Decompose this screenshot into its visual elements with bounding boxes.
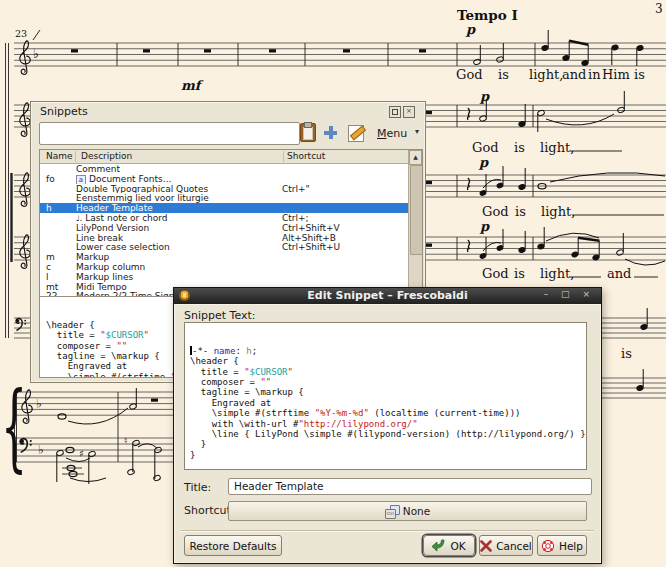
table-row[interactable]: LilyPond VersionCtrl+Shift+V bbox=[40, 223, 409, 233]
snippet-shortcut bbox=[282, 272, 409, 282]
snippet-name bbox=[40, 193, 76, 203]
cancel-x-icon bbox=[480, 540, 492, 552]
snippet-description: ♩.Last note or chord bbox=[76, 213, 282, 223]
code-line: -*- name: h; bbox=[190, 346, 586, 356]
lyric-word: light, bbox=[540, 140, 574, 155]
scrollbar[interactable]: ▲ bbox=[408, 150, 422, 296]
code-line: } bbox=[190, 439, 586, 449]
ok-arrow-icon bbox=[432, 539, 446, 552]
keyboard-keys-icon: Ctrl bbox=[385, 505, 400, 518]
ok-button[interactable]: OK bbox=[423, 535, 475, 556]
snippet-shortcut bbox=[282, 252, 409, 262]
snippet-description: Line break bbox=[76, 233, 282, 243]
table-row[interactable]: Lower case selectionCtrl+Shift+U bbox=[40, 242, 409, 252]
table-row[interactable]: lMarkup lines bbox=[40, 272, 409, 282]
table-row[interactable]: foaDocument Fonts... bbox=[40, 174, 409, 184]
lyric-word: and bbox=[562, 67, 586, 82]
snippet-name: mt bbox=[40, 282, 76, 292]
edit-snippet-dialog: Edit Snippet – Frescobaldi – □ × Snippet… bbox=[173, 287, 602, 564]
table-row[interactable]: mMarkup bbox=[40, 252, 409, 262]
lyric-word: light, bbox=[529, 67, 563, 82]
snippet-shortcut bbox=[282, 193, 409, 203]
dynamic-mark: mf bbox=[181, 78, 204, 93]
snippets-list: CommentfoaDocument Fonts...Double Typogr… bbox=[40, 164, 409, 296]
cancel-button[interactable]: Cancel bbox=[479, 535, 533, 556]
add-snippet-icon[interactable] bbox=[324, 126, 337, 139]
snippet-shortcut: Ctrl+Shift+V bbox=[282, 223, 409, 233]
title-label: Title: bbox=[184, 481, 211, 494]
snippets-table: Name Description Shortcut CommentfoaDocu… bbox=[39, 149, 423, 297]
piano-brace: { bbox=[1, 370, 27, 481]
snippet-description: aDocument Fonts... bbox=[76, 174, 282, 184]
lyric-word: is bbox=[634, 67, 645, 82]
lyric-word: God bbox=[456, 67, 483, 82]
snippet-name bbox=[40, 164, 76, 174]
snippet-name: c bbox=[40, 262, 76, 272]
close-panel-icon[interactable]: × bbox=[403, 106, 415, 118]
snippet-description: Double Typographical Quotes bbox=[76, 184, 282, 194]
code-line: \header { bbox=[190, 356, 586, 366]
lyric-word: Him bbox=[602, 67, 630, 82]
table-row[interactable]: Double Typographical QuotesCtrl+" bbox=[40, 184, 409, 194]
snippet-code-editor[interactable]: -*- name: h;\header { title = "$CURSOR" … bbox=[184, 322, 587, 470]
snippet-name: h bbox=[40, 203, 76, 213]
snippet-name: l bbox=[40, 272, 76, 282]
code-line: composer = "" bbox=[190, 377, 586, 387]
table-row[interactable]: hHeader Template bbox=[40, 203, 409, 213]
snippet-shortcut bbox=[282, 164, 409, 174]
dialog-titlebar[interactable]: Edit Snippet – Frescobaldi – □ × bbox=[174, 288, 601, 304]
snippet-description: Lower case selection bbox=[76, 242, 282, 252]
chevron-down-icon[interactable]: ▾ bbox=[415, 127, 419, 136]
paste-clipboard-icon[interactable] bbox=[300, 123, 316, 142]
lyric-word: and bbox=[607, 266, 631, 281]
title-field[interactable]: Header Template bbox=[228, 478, 592, 495]
window-controls[interactable]: – □ × bbox=[544, 289, 595, 299]
lyric-word: in bbox=[588, 67, 601, 82]
snippet-shortcut bbox=[282, 174, 409, 184]
code-line: \line { LilyPond \simple #(lilypond-vers… bbox=[190, 429, 586, 439]
help-button[interactable]: Help bbox=[537, 535, 587, 556]
snippet-shortcut: Ctrl+; bbox=[282, 213, 409, 223]
frescobaldi-app: { "score": { "page_number": "3", "system… bbox=[0, 0, 666, 567]
scrollbar-thumb[interactable] bbox=[410, 165, 423, 255]
panel-title: Snippets bbox=[40, 105, 88, 118]
snippet-description: Eenstemmig lied voor liturgie bbox=[76, 193, 282, 203]
code-line: tagline = \markup { bbox=[190, 387, 586, 397]
snippet-shortcut bbox=[282, 203, 409, 213]
lyric-word: light, bbox=[541, 204, 575, 219]
edit-snippet-icon[interactable] bbox=[348, 125, 364, 142]
shortcut-value: None bbox=[403, 505, 430, 517]
lyric-word: is bbox=[514, 266, 525, 281]
snippet-description: Header Template bbox=[76, 203, 282, 213]
lyric-word: is bbox=[498, 67, 509, 82]
table-row[interactable]: Comment bbox=[40, 164, 409, 174]
lyric-word: is bbox=[621, 346, 632, 361]
snippet-name bbox=[40, 242, 76, 252]
snippet-shortcut: Ctrl+" bbox=[282, 184, 409, 194]
page-number: 3 bbox=[655, 2, 663, 16]
snippet-name bbox=[40, 184, 76, 194]
note-icon: ♩. bbox=[76, 214, 82, 223]
column-header-shortcut[interactable]: Shortcut bbox=[287, 150, 325, 163]
restore-defaults-button[interactable]: Restore Defaults bbox=[184, 535, 282, 556]
dynamic-mark: p bbox=[478, 155, 489, 170]
snippet-text-label: Snippet Text: bbox=[184, 309, 256, 322]
scroll-up-icon[interactable]: ▲ bbox=[409, 150, 422, 165]
menu-button[interactable]: Menu bbox=[377, 127, 407, 140]
shortcut-button[interactable]: Ctrl None bbox=[228, 501, 587, 521]
column-header-description[interactable]: Description bbox=[81, 150, 132, 163]
dialog-title: Edit Snippet – Frescobaldi bbox=[174, 289, 601, 302]
lyric-word: is bbox=[514, 140, 525, 155]
tempo-marking: Tempo I bbox=[457, 7, 518, 23]
column-header-name[interactable]: Name bbox=[46, 150, 73, 163]
table-row[interactable]: cMarkup column bbox=[40, 262, 409, 272]
table-row[interactable]: Eenstemmig lied voor liturgie bbox=[40, 193, 409, 203]
search-input[interactable] bbox=[39, 122, 300, 145]
table-row[interactable]: Line breakAlt+Shift+B bbox=[40, 233, 409, 243]
table-row[interactable]: ♩.Last note or chordCtrl+; bbox=[40, 213, 409, 223]
snippet-shortcut: Alt+Shift+B bbox=[282, 233, 409, 243]
float-panel-icon[interactable] bbox=[389, 106, 401, 118]
svg-text:♯: ♯ bbox=[79, 448, 84, 459]
measure-number: 23 bbox=[15, 28, 27, 39]
snippet-shortcut: Ctrl+Shift+U bbox=[282, 242, 409, 252]
